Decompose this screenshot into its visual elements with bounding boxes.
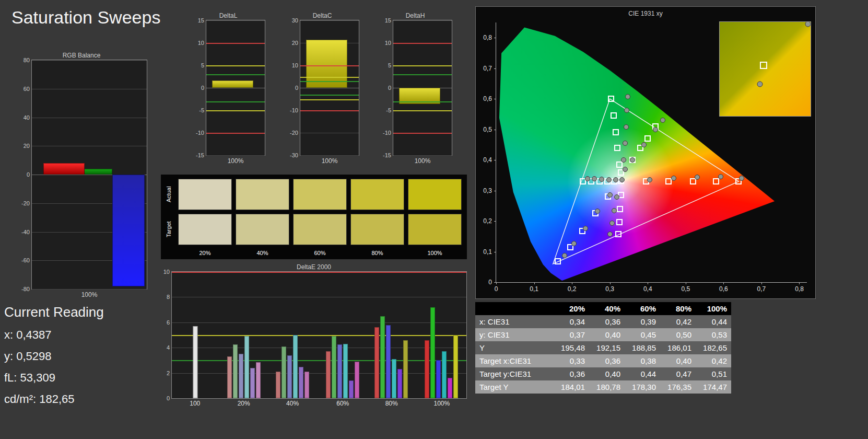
deltae-bar xyxy=(304,372,309,398)
tick-mark xyxy=(610,282,611,284)
x-axis-label: 100 xyxy=(190,400,200,407)
y-axis-label: 0,2 xyxy=(483,217,492,225)
y-axis-label: 0,1 xyxy=(483,248,492,256)
swatch-actual-20% xyxy=(178,179,232,210)
reference-line xyxy=(206,65,265,66)
current-reading: Current Reading x: 0,4387y: 0,5298fL: 53… xyxy=(4,304,104,406)
reference-line xyxy=(300,65,359,66)
swatch-col-label: 60% xyxy=(293,249,347,258)
measurement-table: 20%40%60%80%100% x: CIE310,340,360,390,4… xyxy=(475,302,731,394)
measurement-marker xyxy=(624,124,629,130)
delta-h-x-label: 100% xyxy=(393,157,452,165)
gridline xyxy=(206,155,265,156)
table-cell: 0,51 xyxy=(696,367,731,380)
measurement-marker xyxy=(625,94,630,99)
deltae-bar xyxy=(193,326,198,398)
reference-line xyxy=(300,81,359,82)
swatch-actual-100% xyxy=(408,179,462,210)
deltae-bar xyxy=(374,327,379,398)
y-axis-label: 0 xyxy=(167,395,170,401)
measurement-marker xyxy=(599,177,604,182)
deltae-bar xyxy=(343,344,348,398)
delta-value-bar xyxy=(212,80,253,88)
page-title: Saturation Sweeps xyxy=(11,7,160,28)
table-cell: 188,85 xyxy=(625,341,660,354)
x-axis-label: 0,6 xyxy=(719,285,728,293)
y-axis-label: 0 xyxy=(201,85,204,91)
deltae-bar xyxy=(256,362,261,398)
y-axis-label: -15 xyxy=(383,152,391,158)
table-cell: 0,36 xyxy=(589,315,625,328)
y-axis-label: 40 xyxy=(24,114,30,121)
measurement-marker xyxy=(630,157,635,163)
reference-line xyxy=(206,110,265,111)
deltae-bar xyxy=(392,359,396,398)
gridline xyxy=(32,118,147,118)
y-axis-label: 20 xyxy=(292,40,298,46)
table-cell: 0,38 xyxy=(625,354,660,367)
gridline xyxy=(206,20,265,21)
reference-line xyxy=(393,110,452,111)
reference-line xyxy=(206,43,265,44)
gridline xyxy=(300,88,359,88)
tick-mark xyxy=(799,282,800,284)
table-cell: 180,78 xyxy=(589,380,625,394)
y-axis-label: 0,7 xyxy=(483,65,492,72)
deltae-bar xyxy=(436,360,441,398)
swatch-col-label: 40% xyxy=(236,249,289,258)
y-axis-label: 60 xyxy=(24,86,30,92)
deltae-bar xyxy=(380,316,385,398)
gridline xyxy=(32,289,147,290)
table-cell: 0,45 xyxy=(625,328,660,341)
deltae-bar-group-100 xyxy=(193,272,198,398)
measurement-marker xyxy=(613,177,618,182)
reading-line-1: y: 0,5298 xyxy=(4,350,104,363)
x-axis-label: 0,7 xyxy=(757,285,766,293)
table-cell: 0,34 xyxy=(554,315,589,328)
table-cell: 0,42 xyxy=(660,315,696,328)
measurement-marker xyxy=(606,177,612,182)
target-marker xyxy=(608,96,614,102)
deltae-bar xyxy=(337,344,342,398)
gridline xyxy=(172,348,466,348)
target-marker xyxy=(611,112,617,119)
y-axis-label: -5 xyxy=(199,107,204,113)
y-axis-label: 30 xyxy=(292,17,298,24)
reference-line xyxy=(393,74,452,75)
measurement-marker xyxy=(609,221,615,226)
table-corner-cell xyxy=(475,302,554,315)
measurement-marker xyxy=(583,226,588,231)
table-column-header: 80% xyxy=(660,302,696,315)
deltae-bar xyxy=(326,351,331,398)
y-axis-label: -40 xyxy=(21,229,30,235)
table-cell: 0,44 xyxy=(625,367,660,380)
y-axis-label: -10 xyxy=(196,130,204,136)
current-reading-title: Current Reading xyxy=(4,304,104,320)
deltae-bar xyxy=(453,335,458,398)
table-row: x: CIE310,340,360,390,420,44 xyxy=(475,315,731,328)
delta-l-plot: 151050-5-10-15 xyxy=(206,20,265,156)
measurement-marker xyxy=(562,253,567,258)
reference-line xyxy=(300,77,359,78)
target-marker xyxy=(644,135,651,142)
row-label: x: CIE31 xyxy=(475,315,554,328)
swatch-target-40% xyxy=(236,214,289,245)
target-marker xyxy=(616,219,623,225)
measurement-marker xyxy=(623,141,628,146)
delta-c-plot: 3020100-10-20-30 xyxy=(300,20,359,156)
deltae-bar xyxy=(355,362,359,398)
gridline xyxy=(32,60,147,61)
table-row: Target x:CIE310,330,360,380,400,42 xyxy=(475,354,731,367)
reference-line xyxy=(300,95,359,96)
delta-c-x-label: 100% xyxy=(300,157,359,165)
y-axis-label: -20 xyxy=(290,130,298,136)
reading-line-2: fL: 53,309 xyxy=(4,371,104,385)
deltae-bar-group-40% xyxy=(276,272,309,398)
deltae-bar-group-60% xyxy=(326,272,359,398)
gridline xyxy=(206,88,265,88)
swatch-actual-80% xyxy=(350,179,404,210)
rgb-balance-x-label: 100% xyxy=(31,291,147,299)
table-row: Target Y184,01180,78178,30176,35174,47 xyxy=(475,380,731,394)
x-axis-label: 40% xyxy=(286,400,299,407)
y-axis-label: -5 xyxy=(386,107,391,113)
